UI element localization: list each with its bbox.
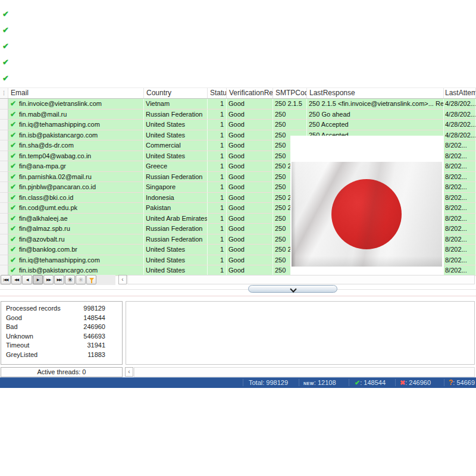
row-indicator	[0, 182, 8, 193]
nav-next-button[interactable]: ▶	[33, 275, 43, 284]
email-text: fin.mab@mail.ru	[19, 111, 67, 118]
table-row[interactable]: ✔fin.iq@tehamashipping.com United States…	[0, 120, 476, 130]
row-indicator	[0, 265, 8, 276]
nav-prior-button[interactable]: ◀	[22, 275, 32, 284]
email-text: fin@ana-mpa.gr	[19, 162, 66, 170]
email-cell[interactable]: ✔fin.iq@tehamashipping.com	[8, 120, 144, 130]
verification-result-cell: Good	[227, 245, 273, 255]
verified-check-icon: ✔	[10, 203, 19, 214]
verified-check-icon: ✔	[10, 130, 19, 141]
green-check-icon: ✔	[2, 42, 12, 51]
good-value: : 148544	[360, 379, 386, 386]
stat-label: Bad	[6, 322, 18, 332]
stat-label: Good	[6, 314, 22, 323]
nav-last-button[interactable]: ▶▶|	[54, 275, 64, 284]
verification-result-cell: Good	[227, 255, 273, 266]
verified-check-icon: ✔	[10, 224, 19, 234]
email-cell[interactable]: ✔fin.temp04@wabag.co.in	[8, 151, 144, 162]
last-attempt-cell: 8/202...	[444, 182, 476, 193]
email-cell[interactable]: ✔fin.isb@pakistancargo.com	[8, 130, 144, 141]
stat-row: Bad 246960	[1, 322, 122, 332]
table-row[interactable]: ✔fin.mab@mail.ru Russian Federation 1 Go…	[0, 109, 476, 120]
column-header-status[interactable]: Status	[208, 88, 227, 98]
status-cell: 1	[208, 109, 227, 120]
row-indicator	[0, 203, 8, 214]
bad-count: ✖: 246960	[400, 378, 431, 387]
country-cell: Russian Federation	[144, 224, 208, 234]
nav-first-button[interactable]: |◀◀	[1, 275, 11, 284]
stat-label: Unknown	[6, 332, 33, 342]
email-text: fin.invoice@vietranslink.com	[19, 100, 102, 107]
email-cell[interactable]: ✔fin.iq@tehamashipping.com	[8, 255, 144, 266]
email-text: fin.iq@tehamashipping.com	[19, 256, 100, 264]
verification-result-cell: Good	[227, 224, 273, 234]
last-attempt-cell: 8/202...	[444, 140, 476, 151]
email-cell[interactable]: ✔fin.pjnblw@pancaran.co.id	[8, 182, 144, 193]
verification-result-cell: Good	[227, 203, 273, 214]
last-attempt-cell: 8/202...	[444, 265, 476, 276]
verified-check-icon: ✔	[10, 255, 19, 266]
verification-result-cell: Good	[227, 99, 273, 109]
smtp-code-cell: 250 2.1.5	[273, 99, 307, 109]
new-label: NEW	[303, 381, 314, 386]
country-cell: Vietnam	[144, 99, 208, 109]
verification-result-cell: Good	[227, 214, 273, 224]
status-cell: 1	[208, 214, 227, 224]
email-cell[interactable]: ✔fin.invoice@vietranslink.com	[8, 99, 144, 109]
email-cell[interactable]: ✔fin.class@bki.co.id	[8, 193, 144, 203]
last-attempt-cell: 8/202...	[444, 255, 476, 266]
stat-row: Processed records 998129	[1, 304, 122, 314]
bottom-scroll-track[interactable]	[134, 367, 475, 377]
country-cell: United States	[144, 120, 208, 130]
status-cell: 1	[208, 224, 227, 234]
email-cell[interactable]: ✔fin.sha@ds-dr.com	[8, 140, 144, 151]
column-header-country[interactable]: Country	[144, 88, 208, 98]
indicator-header-icon[interactable]: ⋮	[0, 88, 8, 98]
status-cell: 1	[208, 99, 227, 109]
nav-filter-button[interactable]	[86, 275, 96, 284]
smtp-code-cell: 250	[273, 109, 307, 120]
country-cell: Greece	[144, 161, 208, 172]
bottom-scroll-left-button[interactable]: ‹	[125, 367, 133, 377]
column-header-email[interactable]: Email	[8, 88, 144, 98]
hscroll-left-button[interactable]: ‹	[118, 275, 127, 284]
email-cell[interactable]: ✔fin@banklog.com.br	[8, 245, 144, 255]
stat-row: GreyListed 11883	[1, 350, 122, 360]
email-cell[interactable]: ✔fin.isb@pakistancargo.com	[8, 265, 144, 276]
email-cell[interactable]: ✔fin@alkhaleej.ae	[8, 214, 144, 224]
column-header-lastattempt[interactable]: LastAttempt	[444, 88, 476, 98]
nav-prior-page-button[interactable]: ◀◀	[11, 275, 21, 284]
row-indicator	[0, 99, 8, 109]
nav-edit-button[interactable]: ✳	[76, 275, 86, 284]
hscroll-track[interactable]	[127, 275, 475, 284]
email-cell[interactable]: ✔fin.parnishka.02@mail.ru	[8, 172, 144, 183]
splitter-collapse-button[interactable]	[248, 285, 337, 293]
email-cell[interactable]: ✔fin.mab@mail.ru	[8, 109, 144, 120]
email-cell[interactable]: ✔fin.cod@umt.edu.pk	[8, 203, 144, 214]
last-attempt-cell: 8/202...	[444, 203, 476, 214]
stat-row: Timeout 31941	[1, 341, 122, 350]
smtp-code-cell: 250	[273, 120, 307, 130]
email-cell[interactable]: ✔fin@almaz.spb.ru	[8, 224, 144, 234]
status-cell: 1	[208, 234, 227, 245]
column-header-verificationresult[interactable]: VerificationResult	[227, 88, 273, 98]
verification-result-cell: Good	[227, 161, 273, 172]
email-cell[interactable]: ✔fin@azovbalt.ru	[8, 234, 144, 245]
verified-check-icon: ✔	[10, 161, 19, 172]
verification-result-cell: Good	[227, 140, 273, 151]
status-cell: 1	[208, 151, 227, 162]
table-row[interactable]: ✔fin.invoice@vietranslink.com Vietnam 1 …	[0, 99, 476, 109]
stat-row: Unknown 546693	[1, 332, 122, 342]
column-header-smtpcode[interactable]: SMTPCode	[273, 88, 307, 98]
stat-label: GreyListed	[6, 350, 37, 360]
status-cell: 1	[208, 265, 227, 276]
verified-check-icon: ✔	[10, 140, 19, 151]
stat-value: 246960	[83, 322, 105, 332]
nav-insert-button[interactable]: ✳	[65, 275, 75, 284]
column-header-lastresponse[interactable]: LastResponse	[307, 88, 444, 98]
nav-next-page-button[interactable]: ▶▶	[43, 275, 54, 284]
last-response-cell: 250 Go ahead	[307, 109, 444, 120]
last-response-cell: 250 2.1.5 <fin.invoice@vietranslink.com>…	[307, 99, 444, 109]
email-cell[interactable]: ✔fin@ana-mpa.gr	[8, 161, 144, 172]
status-cell: 1	[208, 203, 227, 214]
